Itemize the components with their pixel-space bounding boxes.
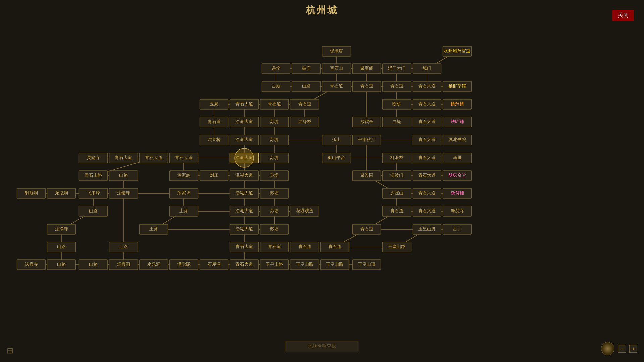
map-node[interactable]: 茅家埠 [170,188,198,198]
map-node[interactable]: 玉皇山路 [321,260,349,270]
map-node[interactable]: 破庙 [292,64,321,74]
map-node[interactable]: 苏堤 [260,188,289,198]
map-node[interactable]: 花港观鱼 [290,206,319,216]
map-node[interactable]: 土路 [170,206,198,216]
map-node[interactable]: 青石大道 [413,206,441,216]
map-node[interactable]: 杂货铺 [443,188,472,198]
map-node[interactable]: 龙泓洞 [47,188,76,198]
map-node[interactable]: 烟霞洞 [109,260,138,270]
zoom-plus-button[interactable]: + [629,345,637,353]
map-node[interactable]: 沿湖大道 [230,188,259,198]
map-node[interactable]: 杨柳茶馆 [443,81,472,92]
search-input[interactable] [285,341,359,352]
map-node[interactable]: 水乐洞 [140,260,168,270]
map-node[interactable]: 岳坟 [262,64,290,74]
map-node[interactable]: 青石大道 [413,135,441,145]
map-node[interactable]: 青石道 [353,224,381,234]
map-node[interactable]: 山路 [47,260,76,270]
map-node[interactable]: 青石道 [200,117,228,127]
map-node[interactable]: 玉皇山路 [260,260,289,270]
map-node[interactable]: 青石大道 [413,117,441,127]
map-node[interactable]: 孤山 [322,135,351,145]
map-node[interactable]: 青石大道 [140,153,168,163]
map-node[interactable]: 凤池书院 [443,135,472,145]
map-node[interactable]: 山路 [79,260,108,270]
map-node[interactable]: 山路 [79,206,108,216]
map-node[interactable]: 黄泥岭 [170,171,198,181]
map-node[interactable]: 柳浪桥 [383,153,411,163]
map-node[interactable]: 西冷桥 [290,117,319,127]
map-node[interactable]: 沿湖大道 [230,135,259,145]
map-node[interactable]: 飞来峰 [79,188,108,198]
map-node[interactable]: 青石大道 [230,242,259,252]
map-node[interactable]: 沿湖大道 [230,206,259,216]
map-node[interactable]: 城门 [413,64,441,74]
map-node[interactable]: 灵隐寺 [79,153,108,163]
map-node[interactable]: 青石大道 [230,260,259,270]
map-node[interactable]: 宝石山 [322,64,351,74]
map-node[interactable]: 青石道 [290,242,319,252]
map-node[interactable]: 玉皇山脚 [413,224,441,234]
map-node[interactable]: 断桥 [383,99,411,109]
map-node[interactable]: 夕照山 [383,188,411,198]
map-node[interactable]: 青石大道 [230,99,259,109]
map-node[interactable]: 满觉陇 [170,260,198,270]
map-node[interactable]: 苏堤 [260,206,289,216]
map-node[interactable]: 玉皇山路 [290,260,319,270]
map-node[interactable]: 青石大道 [109,153,138,163]
close-button[interactable]: 关闭 [612,10,634,21]
map-node[interactable]: 沿湖大道 [230,224,259,234]
map-node[interactable]: 法净寺 [47,224,76,234]
map-node[interactable]: 胡庆余堂 [443,171,472,181]
map-node[interactable]: 青石山路 [79,171,108,181]
map-node[interactable]: 青石大道 [413,171,441,181]
map-node[interactable]: 沿湖大道 [230,171,259,181]
map-node[interactable]: 土路 [140,224,168,234]
map-node[interactable]: 青石道 [260,99,289,109]
map-node[interactable]: 玉皇山顶 [353,260,381,270]
map-node[interactable]: 苏堤 [260,117,289,127]
map-node[interactable]: 法镜寺 [109,188,138,198]
map-node[interactable]: 聚景园 [353,171,381,181]
map-node[interactable]: 岳廟 [262,81,290,92]
map-node[interactable]: 洪春桥 [200,135,228,145]
map-node[interactable]: 青石大道 [413,81,441,92]
map-node[interactable]: 青石道 [353,81,381,92]
map-node[interactable]: 沿湖大道 [230,117,259,127]
map-node[interactable]: 平湖秋月 [353,135,381,145]
map-node[interactable]: 青石道 [290,99,319,109]
map-node[interactable]: 青石大道 [413,153,441,163]
map-node[interactable]: 青石道 [383,81,411,92]
map-node[interactable]: 保淑塔 [322,46,351,56]
map-node[interactable]: 青石道 [383,206,411,216]
map-node[interactable]: 楼外楼 [443,99,472,109]
map-node[interactable]: 净慈寺 [443,206,472,216]
map-node[interactable]: 清波门 [383,171,411,181]
map-node[interactable]: 白堤 [383,117,411,127]
map-node[interactable]: 苏堤 [260,135,289,145]
map-node[interactable]: 马厩 [443,153,472,163]
map-node[interactable]: 铁匠铺 [443,117,472,127]
map-node[interactable]: 古井 [443,224,472,234]
map-node[interactable]: 聚宝阁 [353,64,381,74]
map-node[interactable]: 土路 [109,242,138,252]
map-node[interactable]: 孤山平台 [322,153,351,163]
map-node[interactable]: 青石大道 [170,153,198,163]
map-node[interactable]: 玉皇山路 [383,242,411,252]
map-node[interactable]: 杭州城外官道 [443,46,472,56]
map-node[interactable]: 苏堤 [260,153,289,163]
zoom-minus-button[interactable]: − [618,345,626,353]
map-node[interactable]: 苏堤 [260,224,289,234]
map-node[interactable]: 青石道 [322,81,351,92]
map-node[interactable]: 苏堤 [260,171,289,181]
map-node[interactable]: 刘庄 [200,171,228,181]
map-node[interactable]: 青石大道 [413,188,441,198]
map-node[interactable]: 射旭洞 [17,188,46,198]
map-node[interactable]: 法喜寺 [17,260,46,270]
map-node[interactable]: 放鹤亭 [353,117,381,127]
map-node[interactable]: 山路 [292,81,321,92]
map-node[interactable]: 青石道 [321,242,349,252]
map-node[interactable]: 石屋洞 [200,260,228,270]
map-node[interactable]: 涌门大门 [383,64,411,74]
map-node[interactable]: 山路 [109,171,138,181]
